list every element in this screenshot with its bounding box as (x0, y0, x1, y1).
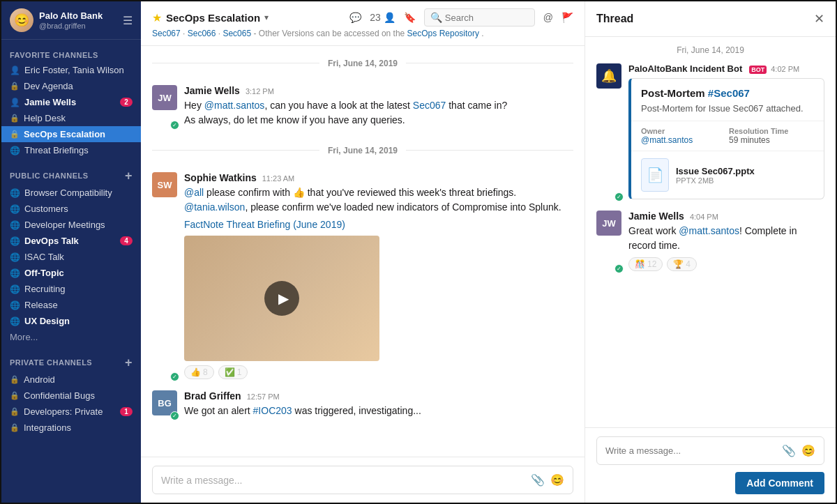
message-text-2: As always, do let me know if you have an… (184, 113, 573, 128)
sidebar-item-jamie-wells[interactable]: 👤 Jamie Wells 2 (1, 94, 141, 110)
reply-reactions: 🎊 12 🏆 4 (628, 257, 824, 271)
avatar: JW (596, 211, 621, 236)
issue-link[interactable]: Sec067 (413, 100, 446, 111)
sidebar-item-android[interactable]: 🔒 Android (1, 372, 141, 388)
owner-value[interactable]: @matt.santos (641, 135, 726, 145)
message-input-box: 📎 😊 (152, 466, 573, 494)
chat-icon[interactable]: 💬 (349, 12, 361, 23)
attachment-icon[interactable]: 📎 (531, 473, 545, 487)
close-thread-button[interactable]: ✕ (814, 11, 824, 26)
thread-message-input[interactable] (605, 445, 776, 456)
favorites-section-header: FAVORITE CHANNELS (1, 40, 141, 62)
sidebar-item-developer-meetings[interactable]: 🌐 Developer Meetings (1, 217, 141, 233)
sec065-link[interactable]: Sec065 (223, 29, 251, 38)
sidebar-item-recruiting[interactable]: 🌐 Recruiting (1, 281, 141, 297)
emoji-icon[interactable]: 😊 (801, 444, 815, 457)
main-area: ★ SecOps Escalation ▾ 💬 23 👤 🔖 🔍 @ (141, 1, 585, 503)
postmortem-title: Post-Mortem #Sec067 (631, 79, 824, 103)
reaction-party[interactable]: 🎊 12 (628, 257, 663, 271)
sidebar-header: 😊 Palo Alto Bank @brad.griffen ☰ (1, 1, 141, 40)
date-divider-2: Fri, June 14, 2019 (152, 144, 573, 155)
issue-link[interactable]: #Sec067 (708, 87, 750, 99)
sec066-link[interactable]: Sec066 (188, 29, 216, 38)
attachment-icon[interactable]: 📎 (782, 444, 796, 457)
add-public-channel-icon[interactable]: + (125, 169, 133, 182)
sidebar-item-dev-agenda[interactable]: 🔒 Dev Agenda (1, 78, 141, 94)
more-channels-link[interactable]: More... (1, 329, 141, 345)
search-icon: 🔍 (430, 12, 442, 23)
user-info: Palo Alto Bank @brad.griffen (39, 10, 103, 30)
mention-link[interactable]: @matt.santos (679, 225, 739, 236)
sidebar-item-release[interactable]: 🌐 Release (1, 297, 141, 313)
message-body: Jamie Wells 3:12 PM Hey @matt.santos, ca… (184, 85, 573, 128)
lock-icon: 🔒 (10, 130, 20, 139)
sidebar-item-ux-design[interactable]: 🌐 UX Design (1, 313, 141, 329)
globe-icon: 🌐 (10, 300, 20, 310)
message-text: @all please confirm with 👍 that you've r… (184, 185, 573, 200)
channel-subtext: Sec067 · Sec066 · Sec065 - Other Version… (152, 29, 573, 38)
mention-link[interactable]: @all (184, 187, 204, 198)
verified-icon: ✓ (170, 411, 179, 420)
avatar: 😊 (10, 8, 33, 32)
sidebar-item-threat-briefings[interactable]: 🌐 Threat Briefings (1, 142, 141, 158)
unread-badge: 1 (120, 407, 133, 416)
sidebar-item-off-topic[interactable]: 🌐 Off-Topic (1, 265, 141, 281)
members-icon[interactable]: 23 👤 (370, 12, 395, 23)
play-button[interactable]: ▶ (264, 281, 299, 316)
at-icon[interactable]: @ (543, 12, 553, 23)
message-body: Brad Griffen 12:57 PM We got an alert #I… (184, 390, 573, 418)
reaction-trophy[interactable]: 🏆 4 (667, 257, 697, 271)
flag-icon[interactable]: 🚩 (561, 12, 573, 23)
private-channels-section-header: PRIVATE CHANNELS + (1, 345, 141, 372)
hamburger-icon[interactable]: ☰ (123, 14, 133, 27)
dm-icon: 👤 (10, 98, 20, 107)
search-input[interactable] (445, 13, 529, 23)
dm-icon: 👤 (10, 66, 20, 75)
sec067-link[interactable]: Sec067 (152, 29, 181, 38)
bookmark-icon[interactable]: 🔖 (404, 12, 416, 23)
message-text-2: @tania.wilson, please confirm we've load… (184, 200, 573, 215)
emoji-icon[interactable]: 😊 (550, 473, 564, 487)
add-private-channel-icon[interactable]: + (125, 356, 133, 369)
sidebar-user[interactable]: 😊 Palo Alto Bank @brad.griffen (10, 8, 103, 32)
ioc-link[interactable]: #IOC203 (253, 405, 292, 416)
channel-header: ★ SecOps Escalation ▾ 💬 23 👤 🔖 🔍 @ (141, 1, 585, 46)
fact-note-link[interactable]: FactNote Threat Briefing (June 2019) (184, 219, 345, 230)
owner-label: Owner @matt.santos (641, 127, 726, 145)
reaction-thumbsup[interactable]: 👍 8 (184, 365, 214, 379)
sidebar-item-integrations[interactable]: 🔒 Integrations (1, 420, 141, 436)
lock-icon: 🔒 (10, 82, 20, 91)
bot-header: PaloAltoBank Incident Bot BOT 4:02 PM (628, 63, 824, 74)
globe-icon: 🌐 (10, 204, 20, 214)
search-box: 🔍 (424, 8, 535, 26)
sidebar-item-devops-talk[interactable]: 🌐 DevOps Talk 4 (1, 233, 141, 249)
sidebar-item-confidential-bugs[interactable]: 🔒 Confidential Bugs (1, 388, 141, 404)
message-input[interactable] (161, 475, 525, 486)
thread-input-area: 📎 😊 Add Comment (585, 427, 836, 503)
file-info: Issue Sec067.pptx PPTX 2MB (676, 166, 755, 185)
message-time: 11:23 AM (262, 174, 294, 183)
add-comment-button[interactable]: Add Comment (735, 472, 824, 494)
video-thumbnail[interactable]: ▶ (184, 236, 379, 361)
globe-icon: 🌐 (10, 236, 20, 246)
sidebar-item-isac-talk[interactable]: 🌐 ISAC Talk (1, 249, 141, 265)
star-icon[interactable]: ★ (152, 11, 162, 24)
bot-body: PaloAltoBank Incident Bot BOT 4:02 PM Po… (628, 63, 824, 199)
sidebar-item-browser-compatibility[interactable]: 🌐 Browser Compatibility (1, 185, 141, 201)
mention-link[interactable]: @matt.santos (204, 100, 265, 111)
message-author: Sophie Watkins (184, 172, 257, 183)
reaction-checkmark[interactable]: ✅ 1 (218, 365, 248, 379)
sidebar-item-help-desk[interactable]: 🔒 Help Desk (1, 110, 141, 126)
sidebar-item-eric-tania[interactable]: 👤 Eric Foster, Tania Wilson (1, 62, 141, 78)
sidebar-item-developers-private[interactable]: 🔒 Developers: Private 1 (1, 404, 141, 420)
mention-link[interactable]: @tania.wilson (184, 201, 245, 213)
file-name[interactable]: Issue Sec067.pptx (676, 166, 755, 176)
sidebar-item-secops-escalation[interactable]: 🔒 SecOps Escalation (1, 126, 141, 142)
secops-repo-link[interactable]: SecOps Repository (407, 29, 479, 38)
unread-badge: 2 (120, 98, 133, 107)
sidebar-item-customers[interactable]: 🌐 Customers (1, 201, 141, 217)
chevron-down-icon[interactable]: ▾ (264, 13, 269, 22)
thread-messages: Fri, June 14, 2019 🔔 ✓ PaloAltoBank Inci… (585, 37, 836, 427)
bot-avatar: 🔔 (596, 63, 621, 89)
message-author: Jamie Wells (184, 85, 240, 96)
